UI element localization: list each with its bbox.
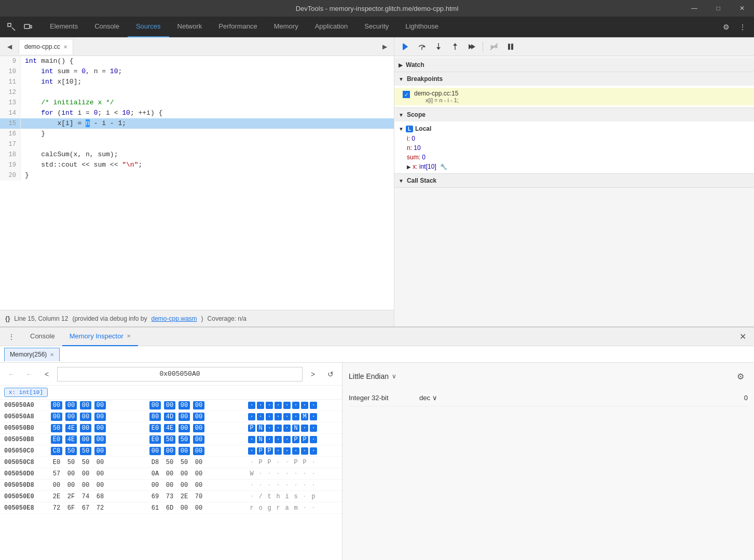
line-col-status: Line 15, Column 12 (14, 315, 68, 322)
close-bottom-panel[interactable]: ✕ (735, 330, 750, 344)
inspect-element-icon[interactable] (4, 20, 19, 34)
debug-toolbar (394, 37, 754, 56)
maximize-button[interactable]: □ (706, 0, 730, 17)
window-controls: — □ ✕ (682, 0, 754, 17)
step-out-button[interactable] (448, 40, 462, 53)
close-memory-tab[interactable]: ✕ (50, 352, 54, 358)
svg-rect-2 (30, 25, 32, 28)
tab-network[interactable]: Network (169, 17, 211, 37)
close-source-tab[interactable]: ✕ (63, 44, 67, 50)
svg-point-16 (495, 45, 498, 48)
bottom-menu-icon[interactable]: ⋮ (4, 330, 19, 344)
var-x-expand[interactable]: ▶ (407, 164, 411, 170)
hex-row-e0: 005050E0 2E 2F 74 68 69 73 2E (0, 491, 342, 502)
wasm-link[interactable]: demo-cpp.wasm (152, 315, 197, 322)
svg-rect-1 (24, 24, 30, 29)
debug-divider (483, 42, 483, 52)
watch-header[interactable]: ▶ Watch (394, 58, 754, 72)
code-line-10: 10 int sum = 0, n = 10; (0, 66, 394, 77)
minimize-button[interactable]: — (682, 0, 706, 17)
var-x-key: x: (413, 163, 417, 170)
code-editor: 9 int main() { 10 int sum = 0, n = 10; 1… (0, 56, 394, 310)
memory-file-tab[interactable]: Memory(256) ✕ (4, 348, 60, 361)
top-tabs-bar: Elements Console Sources Network Perform… (0, 17, 754, 37)
memory-main: ← ← < > ↺ x: int[10] (0, 363, 754, 560)
callstack-header[interactable]: ▼ Call Stack (394, 174, 754, 187)
addr-input[interactable] (57, 367, 303, 381)
tab-sources[interactable]: Sources (128, 17, 169, 37)
scope-local-header[interactable]: ▼ L Local (394, 124, 754, 134)
code-line-13: 13 /* initialize x */ (0, 98, 394, 108)
more-options-icon[interactable]: ⋮ (735, 20, 750, 34)
scope-header[interactable]: ▼ Scope (394, 108, 754, 121)
tab-memory[interactable]: Memory (266, 17, 307, 37)
coverage-status: Coverage: n/a (208, 315, 246, 322)
code-line-17: 17 (0, 139, 394, 149)
nav-back2-button[interactable]: ← (22, 367, 36, 381)
close-memory-inspector-tab[interactable]: ✕ (127, 333, 131, 339)
breakpoint-item: demo-cpp.cc:15 x[i] = n - i - 1; (394, 88, 754, 105)
hex-row-d0: 005050D0 57 00 00 00 0A 00 00 (0, 468, 342, 480)
scope-body: ▼ L Local i: 0 n: 10 sum (394, 121, 754, 173)
tab-elements[interactable]: Elements (42, 17, 86, 37)
refresh-button[interactable]: ↺ (323, 367, 338, 381)
svg-marker-13 (471, 44, 475, 49)
tab-performance[interactable]: Performance (210, 17, 265, 37)
hex-row-c0: 005050C0 C8 50 50 00 00 00 00 (0, 445, 342, 457)
device-toolbar-icon[interactable] (21, 20, 35, 34)
mem-label-badge: x: int[10] (4, 388, 48, 397)
deactivate-breakpoints-button[interactable] (487, 40, 501, 53)
nav-back-button[interactable]: ← (4, 367, 19, 381)
tab-memory-inspector[interactable]: Memory Inspector ✕ (62, 327, 138, 346)
var-n-val: 10 (414, 144, 420, 152)
memory-right: Little Endian ∨ ⚙ Integer 32-bit dec ∨ 0 (342, 363, 754, 560)
nav-prev-button[interactable]: < (39, 367, 54, 381)
code-line-20: 20 } (0, 170, 394, 181)
nav-next-button[interactable]: > (306, 367, 320, 381)
close-button[interactable]: ✕ (730, 0, 754, 17)
bp-details: demo-cpp.cc:15 x[i] = n - i - 1; (414, 90, 459, 103)
endian-select[interactable]: Little Endian ∨ (349, 372, 396, 380)
bp-triangle: ▼ (399, 76, 404, 82)
addr-input-wrap (57, 367, 303, 381)
scope-triangle: ▼ (399, 112, 404, 118)
bp-code: x[i] = n - i - 1; (414, 97, 459, 103)
breakpoints-header[interactable]: ▼ Breakpoints (394, 72, 754, 86)
endian-dropdown-icon: ∨ (392, 373, 396, 380)
svg-marker-11 (453, 43, 457, 46)
callstack-triangle: ▼ (399, 178, 404, 184)
step-into-button[interactable] (432, 40, 445, 53)
resume-button[interactable] (399, 40, 412, 53)
source-file-tab[interactable]: demo-cpp.cc ✕ (19, 39, 73, 54)
settings-icon[interactable]: ⚙ (719, 20, 733, 34)
bp-checkbox[interactable] (403, 91, 410, 98)
step-button[interactable] (465, 40, 478, 53)
source-filename: demo-cpp.cc (24, 43, 60, 50)
code-line-16: 16 } (0, 129, 394, 139)
tab-console-bottom[interactable]: Console (23, 327, 62, 346)
tab-application[interactable]: Application (307, 17, 357, 37)
pause-exceptions-button[interactable] (504, 40, 517, 53)
hex-grid[interactable]: 005050A0 00 00 00 00 00 00 00 (0, 400, 342, 560)
source-sidebar-toggle[interactable]: ◀ (2, 39, 17, 54)
type-encoding-int32[interactable]: dec ∨ (419, 394, 437, 402)
endian-label: Little Endian (349, 372, 389, 380)
left-panel: ◀ demo-cpp.cc ✕ ▶ 9 int main() { 1 (0, 37, 394, 326)
tab-console[interactable]: Console (86, 17, 128, 37)
bottom-tabs-bar: ⋮ Console Memory Inspector ✕ ✕ (0, 327, 754, 346)
svg-rect-0 (8, 23, 11, 26)
step-over-button[interactable] (415, 40, 429, 53)
type-value-int32: 0 (744, 394, 748, 402)
memory-file-tabs: Memory(256) ✕ (0, 346, 754, 363)
memory-settings-icon[interactable]: ⚙ (733, 369, 748, 384)
debug-panels[interactable]: ▶ Watch ▼ Breakpoints demo-cpp.cc (394, 56, 754, 326)
code-scroll[interactable]: 9 int main() { 10 int sum = 0, n = 10; 1… (0, 56, 394, 310)
tab-security[interactable]: Security (356, 17, 397, 37)
callstack-section: ▼ Call Stack (394, 174, 754, 188)
tab-lighthouse[interactable]: Lighthouse (397, 17, 447, 37)
format-source-icon[interactable]: ▶ (377, 39, 392, 54)
bp-file: demo-cpp.cc:15 (414, 90, 459, 97)
var-x-icon[interactable]: 🔧 (440, 163, 447, 170)
hex-row-e8: 005050E8 72 6F 67 72 61 6D 00 (0, 502, 342, 514)
code-line-15: 15 x[i] = n - i - 1; (0, 118, 394, 129)
